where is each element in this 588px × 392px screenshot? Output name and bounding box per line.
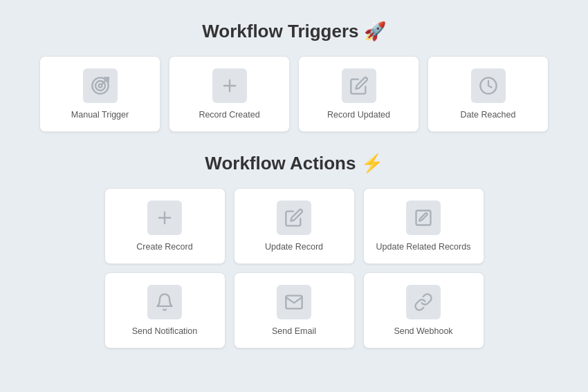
plus-icon <box>147 200 182 235</box>
card-date-reached[interactable]: Date Reached <box>428 56 549 132</box>
email-icon <box>277 285 311 319</box>
card-send-notification[interactable]: Send Notification <box>104 272 226 348</box>
card-label-record-created: Record Created <box>199 110 259 120</box>
bell-icon <box>147 285 182 319</box>
triggers-grid: Manual Trigger Record Created Record Upd… <box>28 56 560 132</box>
triggers-title: Workflow Triggers 🚀 <box>28 21 560 42</box>
card-record-updated[interactable]: Record Updated <box>298 56 419 132</box>
card-label-create-record: Create Record <box>136 242 192 252</box>
card-create-record[interactable]: Create Record <box>104 188 226 264</box>
card-send-webhook[interactable]: Send Webhook <box>363 272 484 348</box>
edit-box-icon <box>406 200 441 235</box>
edit-icon <box>342 68 376 103</box>
card-label-update-related-records: Update Related Records <box>376 242 471 252</box>
actions-section: Workflow Actions ⚡ Create Record Update … <box>28 153 560 348</box>
edit-icon <box>277 200 311 235</box>
target-icon <box>83 68 118 103</box>
card-label-date-reached: Date Reached <box>461 110 516 120</box>
actions-title: Workflow Actions ⚡ <box>28 153 560 174</box>
card-label-manual-trigger: Manual Trigger <box>71 110 129 120</box>
card-send-email[interactable]: Send Email <box>234 272 355 348</box>
card-manual-trigger[interactable]: Manual Trigger <box>39 56 160 132</box>
plus-icon <box>212 68 247 103</box>
card-record-created[interactable]: Record Created <box>169 56 290 132</box>
card-label-send-email: Send Email <box>272 326 316 336</box>
card-label-update-record: Update Record <box>265 242 323 252</box>
card-label-send-webhook: Send Webhook <box>394 326 452 336</box>
card-label-send-notification: Send Notification <box>132 326 198 336</box>
card-update-record[interactable]: Update Record <box>234 188 355 264</box>
triggers-section: Workflow Triggers 🚀 Manual Trigger Recor… <box>28 21 560 153</box>
card-update-related-records[interactable]: Update Related Records <box>363 188 484 264</box>
clock-icon <box>471 68 506 103</box>
actions-grid: Create Record Update Record Update Relat… <box>28 188 560 348</box>
card-label-record-updated: Record Updated <box>327 110 390 120</box>
link-icon <box>406 285 441 319</box>
